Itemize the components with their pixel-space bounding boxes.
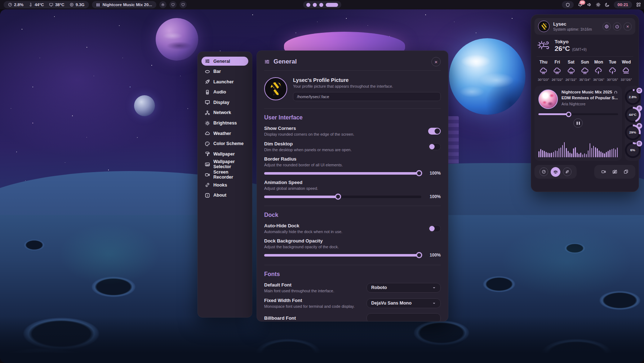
close-panel-button[interactable]: ×	[623, 22, 632, 31]
power-button[interactable]	[613, 22, 621, 31]
power-profile-group	[534, 165, 577, 179]
setting-label: Animation Speed	[264, 180, 318, 185]
slider-knob[interactable]	[566, 111, 571, 117]
profile-path-input[interactable]	[293, 92, 441, 101]
sidebar-item-general[interactable]: General	[201, 57, 248, 66]
visualizer-bar	[575, 147, 576, 157]
visualizer-bar	[571, 153, 572, 157]
media-indicator[interactable]: Nightcore Music Mix 20...	[92, 1, 156, 8]
sidebar-item-launcher[interactable]: Launcher	[201, 77, 248, 86]
sidebar-item-brightness[interactable]: Brightness	[201, 119, 248, 128]
palette-icon	[205, 141, 210, 146]
setting-row-partial: Billboard Font	[264, 313, 441, 322]
partial-font-select[interactable]	[367, 313, 441, 322]
workspace-active[interactable]	[326, 3, 338, 7]
share-window-button[interactable]	[622, 167, 630, 176]
setting-row-fixed-width-font: Fixed Width Font Monospace font used for…	[264, 298, 441, 309]
animation-speed-slider[interactable]	[264, 196, 421, 198]
power-saver-profile-button[interactable]	[563, 167, 572, 176]
divider	[264, 108, 441, 109]
sidebar-item-wallpaper-selector[interactable]: Wallpaper Selector	[201, 160, 248, 169]
page-title: General	[274, 58, 297, 65]
track-progress-slider[interactable]	[538, 113, 618, 115]
settings-sidebar: General Bar Launcher Audio Display Netwo…	[197, 52, 252, 318]
temp-value: 44°C	[35, 3, 44, 7]
volume-button[interactable]	[587, 2, 592, 7]
clock[interactable]: 00:21	[614, 1, 632, 8]
sidebar-item-display[interactable]: Display	[201, 98, 248, 107]
visualizer-bar	[602, 153, 603, 157]
sidebar-item-hooks[interactable]: Hooks	[201, 180, 248, 189]
workspace-dot[interactable]	[306, 3, 310, 7]
setting-desc: Adjust the background opacity of the doc…	[264, 245, 339, 249]
visualizer-bar	[568, 151, 569, 157]
rocket-icon	[205, 79, 210, 84]
auto-hide-dock-toggle[interactable]	[428, 225, 441, 232]
settings-button[interactable]	[603, 22, 611, 31]
visualizer-bar	[595, 147, 596, 157]
dim-desktop-toggle[interactable]	[428, 143, 441, 150]
visualizer-bar	[593, 146, 594, 157]
sidebar-item-about[interactable]: About	[201, 191, 248, 200]
storm-cloud-icon	[594, 67, 603, 75]
visualizer-bar	[542, 150, 543, 157]
close-icon: ×	[626, 24, 629, 29]
sidebar-item-screen-recorder[interactable]: Screen Recorder	[201, 170, 248, 179]
sidebar-item-color-scheme[interactable]: Color Scheme	[201, 139, 248, 148]
sidebar-item-audio[interactable]: Audio	[201, 88, 248, 97]
close-button[interactable]: ×	[431, 57, 441, 66]
bar-icon	[205, 69, 210, 74]
sidebar-item-label: Audio	[213, 89, 226, 95]
slider-knob[interactable]	[416, 170, 422, 176]
visualizer-bar	[608, 151, 609, 157]
like-button[interactable]	[179, 1, 187, 8]
brightness-button[interactable]	[596, 2, 601, 7]
visualizer-bar	[573, 148, 574, 157]
overview-button[interactable]	[636, 2, 641, 7]
slider-knob[interactable]	[335, 194, 341, 200]
avatar	[538, 21, 550, 32]
headphones-icon	[614, 90, 618, 94]
sidebar-item-weather[interactable]: Weather	[201, 129, 248, 138]
avatar[interactable]	[264, 77, 287, 100]
slider-knob[interactable]	[416, 252, 422, 258]
show-corners-toggle[interactable]	[428, 128, 441, 135]
screen-record-button[interactable]	[599, 167, 608, 176]
profile-title: Lysec's Profile Picture	[293, 77, 441, 83]
setting-desc: Main font used throughout the interface.	[264, 289, 334, 293]
sidebar-item-wallpaper[interactable]: Wallpaper	[201, 149, 248, 158]
visualizer-bar	[540, 149, 541, 157]
bot-button[interactable]	[159, 1, 166, 8]
forecast-temps: 26°/22°	[565, 78, 577, 82]
border-radius-slider[interactable]	[264, 172, 421, 175]
skull-art	[540, 22, 548, 31]
sidebar-item-network[interactable]: Network	[201, 108, 248, 117]
default-font-select[interactable]: Roboto	[367, 283, 441, 293]
weather-city: Tokyo	[555, 39, 587, 44]
dock-opacity-slider[interactable]	[264, 254, 421, 257]
workspace-dot[interactable]	[313, 3, 317, 7]
sidebar-item-label: Launcher	[213, 79, 234, 84]
visualizer-bar	[566, 148, 567, 157]
setting-label: Border Radius	[264, 156, 343, 162]
user-card: Lysec System uptime: 1h16m ×	[534, 18, 635, 35]
forecast-day: Fri26°/22°	[551, 60, 564, 82]
night-light-button[interactable]	[605, 2, 610, 7]
fixed-width-font-select[interactable]: DejaVu Sans Mono	[367, 298, 441, 308]
balanced-profile-button[interactable]	[551, 167, 560, 177]
vpn-button[interactable]	[562, 1, 574, 8]
display-icon	[49, 3, 53, 7]
workspace-dot[interactable]	[319, 3, 323, 7]
profile-section: Lysec's Profile Picture Your profile pic…	[264, 77, 441, 101]
notifications-button[interactable]: 23	[578, 2, 583, 7]
camera-off-button[interactable]	[610, 167, 619, 176]
setting-label: Show Corners	[264, 126, 354, 131]
performance-profile-button[interactable]	[539, 167, 548, 176]
visualizer-bar	[559, 148, 560, 157]
sidebar-item-bar[interactable]: Bar	[201, 67, 248, 76]
setting-row-border-radius: Border Radius Adjust the rounded border …	[264, 156, 441, 167]
pause-button[interactable]	[573, 118, 583, 128]
favorite-button[interactable]	[169, 1, 177, 8]
sidebar-item-label: Weather	[213, 131, 231, 136]
weather-widget: Tokyo 26°C (GMT+9) Thu30°/23°Fri26°/22°S…	[534, 35, 635, 82]
